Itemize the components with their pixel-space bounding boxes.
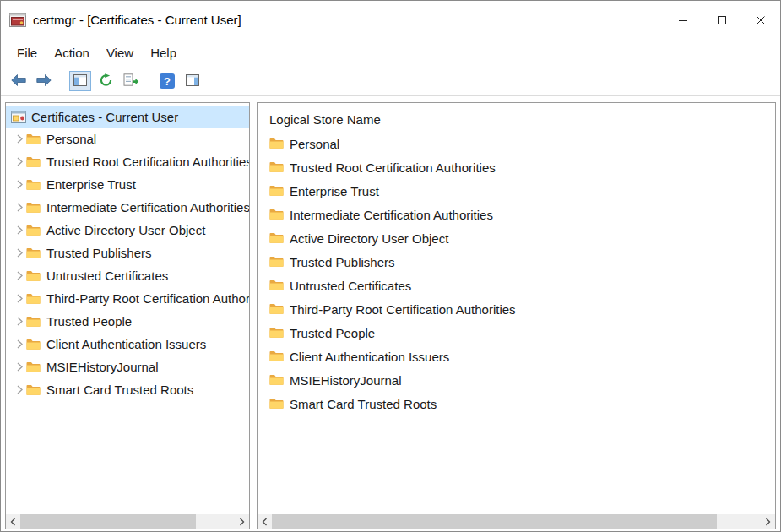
- tree-item[interactable]: Trusted People: [6, 310, 249, 333]
- list-item[interactable]: Untrusted Certificates: [269, 274, 775, 297]
- column-header-logical-store-name[interactable]: Logical Store Name: [269, 107, 775, 132]
- list-item[interactable]: Third-Party Root Certification Authoriti…: [269, 297, 775, 321]
- chevron-right-icon[interactable]: [13, 225, 26, 235]
- show-console-tree-button[interactable]: [69, 71, 91, 91]
- window-title: certmgr - [Certificates - Current User]: [33, 13, 241, 27]
- tree-scroll-thumb[interactable]: [20, 514, 196, 529]
- list-horizontal-scrollbar[interactable]: [258, 514, 775, 529]
- folder-icon: [269, 280, 284, 291]
- tree-item-label: Trusted Root Certification Authorities: [46, 155, 250, 169]
- folder-icon: [26, 361, 41, 373]
- show-action-pane-button[interactable]: [182, 71, 203, 91]
- folder-icon: [26, 316, 41, 328]
- tree-item-label: Client Authentication Issuers: [46, 337, 206, 351]
- list-item[interactable]: Trusted Publishers: [269, 250, 775, 274]
- tree-item-label: MSIEHistoryJournal: [46, 360, 159, 374]
- tree-item-label: Untrusted Certificates: [46, 269, 168, 283]
- menu-view[interactable]: View: [98, 42, 142, 63]
- chevron-right-icon[interactable]: [13, 157, 26, 166]
- titlebar[interactable]: certmgr - [Certificates - Current User]: [1, 1, 780, 39]
- chevron-right-icon[interactable]: [13, 248, 26, 258]
- tree-scroll-right-button[interactable]: [235, 514, 249, 529]
- list-item-label: Untrusted Certificates: [290, 279, 411, 293]
- tree-scroll-track[interactable]: [20, 514, 235, 529]
- list-item-label: MSIEHistoryJournal: [290, 373, 402, 388]
- menu-file[interactable]: File: [8, 42, 46, 63]
- chevron-right-icon[interactable]: [13, 294, 26, 303]
- list-item[interactable]: Client Authentication Issuers: [269, 345, 775, 368]
- list-item[interactable]: Enterprise Trust: [269, 179, 775, 203]
- folder-icon: [269, 350, 284, 362]
- tree-horizontal-scrollbar[interactable]: [6, 514, 249, 529]
- chevron-right-icon[interactable]: [13, 385, 26, 394]
- list-item[interactable]: Active Directory User Object: [269, 226, 775, 250]
- list-scroll-track[interactable]: [272, 514, 761, 529]
- folder-icon: [269, 327, 284, 339]
- main-content: Certificates - Current User Personal Tru…: [1, 96, 780, 531]
- list-scroll-right-button[interactable]: [761, 514, 775, 529]
- maximize-button[interactable]: [702, 1, 741, 39]
- tree-item-label: Intermediate Certification Authorities: [46, 200, 250, 214]
- toolbar: ?: [1, 67, 780, 96]
- minimize-button[interactable]: [664, 1, 702, 39]
- list-item-label: Third-Party Root Certification Authoriti…: [290, 302, 516, 317]
- menu-help[interactable]: Help: [142, 42, 185, 63]
- menubar: File Action View Help: [1, 39, 780, 67]
- list-item-label: Personal: [290, 137, 339, 151]
- folder-icon: [26, 133, 41, 145]
- toolbar-separator: [149, 72, 149, 90]
- menu-action[interactable]: Action: [46, 42, 98, 63]
- folder-icon: [269, 232, 284, 244]
- chevron-right-icon[interactable]: [13, 271, 26, 280]
- forward-icon: [36, 74, 52, 89]
- list-scroll-left-button[interactable]: [258, 514, 272, 529]
- list-item[interactable]: Trusted People: [269, 321, 775, 345]
- export-list-button[interactable]: [120, 71, 142, 91]
- tree-item[interactable]: Smart Card Trusted Roots: [6, 378, 249, 401]
- tree-item[interactable]: Intermediate Certification Authorities: [6, 196, 249, 219]
- help-button[interactable]: ?: [156, 71, 178, 91]
- folder-icon: [269, 303, 284, 315]
- refresh-button[interactable]: [95, 71, 117, 91]
- list-item-label: Active Directory User Object: [290, 231, 448, 246]
- show-console-tree-icon: [73, 74, 87, 89]
- chevron-right-icon[interactable]: [13, 339, 26, 349]
- toolbar-separator: [62, 72, 62, 90]
- tree-item[interactable]: Enterprise Trust: [6, 173, 249, 196]
- list-item[interactable]: Intermediate Certification Authorities: [269, 203, 775, 226]
- list-item-label: Trusted People: [290, 326, 375, 340]
- list-item[interactable]: Smart Card Trusted Roots: [269, 392, 775, 415]
- chevron-right-icon[interactable]: [13, 134, 26, 144]
- close-button[interactable]: [741, 1, 780, 39]
- certificates-console-icon: [11, 111, 26, 123]
- list-item[interactable]: Personal: [269, 132, 775, 155]
- list-item[interactable]: Trusted Root Certification Authorities: [269, 155, 775, 179]
- tree-item[interactable]: Third-Party Root Certification Authoriti…: [6, 287, 249, 310]
- chevron-right-icon[interactable]: [13, 317, 26, 326]
- folder-icon: [269, 256, 284, 268]
- list-item[interactable]: MSIEHistoryJournal: [269, 368, 775, 392]
- forward-button[interactable]: [33, 71, 55, 91]
- tree-item[interactable]: Untrusted Certificates: [6, 264, 249, 287]
- tree-scroll-left-button[interactable]: [6, 514, 20, 529]
- tree-root-certificates-current-user[interactable]: Certificates - Current User: [6, 106, 249, 128]
- back-button[interactable]: [8, 71, 30, 91]
- tree-item[interactable]: Client Authentication Issuers: [6, 333, 249, 356]
- tree-item[interactable]: Trusted Publishers: [6, 242, 249, 264]
- chevron-right-icon[interactable]: [13, 180, 26, 189]
- chevron-right-icon[interactable]: [13, 203, 26, 212]
- chevron-right-icon[interactable]: [13, 362, 26, 372]
- tree-item[interactable]: Active Directory User Object: [6, 219, 249, 242]
- tree-item[interactable]: MSIEHistoryJournal: [6, 356, 249, 378]
- show-action-pane-icon: [186, 74, 199, 89]
- folder-icon: [26, 225, 41, 236]
- tree-item-label: Smart Card Trusted Roots: [46, 383, 193, 397]
- tree-item[interactable]: Personal: [6, 128, 249, 150]
- list-items: Personal Trusted Root Certification Auth…: [269, 132, 775, 415]
- folder-icon: [269, 398, 284, 410]
- store-list: Logical Store Name Personal Trusted Root…: [258, 103, 775, 415]
- list-scroll-thumb[interactable]: [272, 514, 717, 529]
- folder-icon: [269, 161, 284, 173]
- tree-item-label: Active Directory User Object: [46, 223, 205, 237]
- tree-item[interactable]: Trusted Root Certification Authorities: [6, 150, 249, 173]
